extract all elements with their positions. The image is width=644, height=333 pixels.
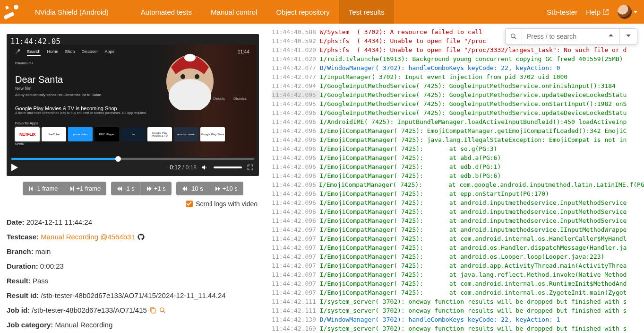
log-line[interactable]: 11:44:42.096 I/AndroidIME( 7425): InputB…: [272, 117, 644, 126]
github-icon[interactable]: [137, 233, 145, 241]
log-message: D/WindowManager( 3702): handleComboKeys …: [320, 63, 560, 72]
log-line[interactable]: 11:44:42.096 I/EmojiCompatManager( 7425)…: [272, 162, 644, 171]
log-timestamp: 11:44:42.097: [272, 261, 320, 270]
log-line[interactable]: 11:44:42.097 I/EmojiCompatManager( 7425)…: [272, 270, 644, 279]
log-message: W/System ( 3702): A resource failed to c…: [320, 27, 482, 36]
tab-manual-control[interactable]: Manual control: [201, 0, 266, 24]
log-line[interactable]: 11:44:42.077 D/WindowManager( 3702): han…: [272, 63, 644, 72]
log-line[interactable]: 11:44:42.096 I/EmojiCompatManager( 7425)…: [272, 171, 644, 180]
log-search-box: [505, 28, 637, 44]
tv-mic-icon: 🎤: [15, 49, 20, 56]
tab-test-results[interactable]: Test results: [339, 0, 394, 24]
left-pane: 11:44:42.05 🎤 Search Home Shop Discover …: [0, 24, 266, 333]
meta-date-value: 2024-12-11 11:44:24: [26, 218, 92, 226]
log-message: I/EmojiCompatManager( 7425): at android.…: [320, 198, 627, 207]
volume-icon[interactable]: [201, 164, 209, 171]
search-next-button[interactable]: [619, 29, 637, 44]
log-timestamp: 11:44:42.096: [272, 108, 320, 117]
search-icon[interactable]: [159, 307, 166, 314]
log-line[interactable]: 11:44:42.096 I/EmojiCompatManager( 7425)…: [272, 216, 644, 225]
log-line[interactable]: 11:44:42.111 I/system_server( 3702): one…: [272, 297, 644, 306]
log-message: I/GoogleInputMethodService( 7425): Googl…: [320, 90, 627, 99]
metadata: Date: 2024-12-11 11:44:24 Testcase: Manu…: [7, 218, 259, 329]
device-selector[interactable]: NVidia Shield (Android): [26, 0, 117, 24]
btn-plus-1-frame[interactable]: +1 frame: [64, 182, 107, 195]
help-link[interactable]: Help: [586, 8, 609, 16]
log-search-input[interactable]: [522, 29, 602, 44]
log-line[interactable]: 11:44:42.111 I/system_server( 3702): one…: [272, 306, 644, 315]
log-line[interactable]: 11:44:42.139 D/WindowManager( 3702): han…: [272, 315, 644, 324]
log-line[interactable]: 11:44:42.095 I/GoogleInputMethodService(…: [272, 99, 644, 108]
log-timestamp: 11:44:40.592: [272, 36, 320, 45]
video-player[interactable]: 11:44:42.05 🎤 Search Home Shop Discover …: [7, 34, 259, 176]
copy-icon[interactable]: [150, 307, 156, 314]
log-message: I/EmojiCompatManager( 7425): java.lang.I…: [320, 135, 627, 144]
log-line[interactable]: 11:44:42.096 I/EmojiCompatManager( 7425)…: [272, 144, 644, 153]
tv-apps-row: NETFLIX YouTube prime video BBC iPlayer …: [15, 127, 250, 141]
log-line[interactable]: 11:44:42.097 I/EmojiCompatManager( 7425)…: [272, 243, 644, 252]
log-timestamp: 11:44:42.139: [272, 315, 320, 324]
log-line[interactable]: 11:44:42.096 I/EmojiCompatManager( 7425)…: [272, 180, 644, 189]
tv-details-btn: Details: [214, 96, 225, 101]
log-line[interactable]: 11:44:42.096 I/EmojiCompatManager( 7425)…: [272, 135, 644, 144]
log-line[interactable]: 11:44:42.097 I/EmojiCompatManager( 7425)…: [272, 252, 644, 261]
log-timestamp: 11:44:41.020: [272, 45, 320, 54]
log-line[interactable]: 11:44:42.094 I/GoogleInputMethodService(…: [272, 81, 644, 90]
log-lines[interactable]: 11:44:40.588 W/System ( 3702): A resourc…: [266, 27, 644, 333]
log-line[interactable]: 11:44:42.096 I/GoogleInputMethodService(…: [272, 108, 644, 117]
fullscreen-icon[interactable]: [247, 164, 254, 171]
tab-object-repository[interactable]: Object repository: [266, 0, 339, 24]
log-timestamp: 11:44:42.096: [272, 153, 320, 162]
meta-testcase-link[interactable]: Manual Recording @4564b31: [41, 233, 135, 241]
chevron-down-icon: [634, 11, 637, 13]
play-button[interactable]: [11, 164, 18, 171]
log-line[interactable]: 11:44:42.095 I/GoogleInputMethodService(…: [272, 90, 644, 99]
main-container: 11:44:42.05 🎤 Search Home Shop Discover …: [0, 24, 644, 333]
volume-slider[interactable]: [214, 166, 242, 168]
help-label: Help: [586, 8, 601, 16]
log-line[interactable]: 11:44:41.020 E/phs:fs ( 4434): Unable to…: [272, 45, 644, 54]
video-controls: 0:12 / 0:18: [7, 159, 259, 176]
tv-description: A boy accidentally sends his Christmas l…: [15, 93, 110, 97]
log-line[interactable]: 11:44:42.096 I/EmojiCompatManager( 7425)…: [272, 189, 644, 198]
log-line[interactable]: 11:44:42.096 I/EmojiCompatManager( 7425)…: [272, 153, 644, 162]
log-timestamp: 11:44:42.111: [272, 306, 320, 315]
log-line[interactable]: 11:44:42.096 I/EmojiCompatManager( 7425)…: [272, 198, 644, 207]
log-line[interactable]: 11:44:42.077 I/InputManager( 3702): Inpu…: [272, 72, 644, 81]
video-time-duration: 0:18: [186, 164, 197, 171]
log-line[interactable]: 11:44:42.169 I/system_server( 3702): one…: [272, 324, 644, 333]
rewind-icon: [117, 186, 122, 191]
log-message: I/roid.tvlaunche(16913): Background youn…: [320, 54, 623, 63]
log-line[interactable]: 11:44:42.096 I/EmojiCompatManager( 7425)…: [272, 126, 644, 135]
log-timestamp: 11:44:42.097: [272, 225, 320, 234]
btn-minus-1-frame[interactable]: -1 frame: [23, 182, 63, 195]
log-timestamp: 11:44:40.588: [272, 27, 320, 36]
log-line[interactable]: 11:44:42.096 I/EmojiCompatManager( 7425)…: [272, 207, 644, 216]
user-menu[interactable]: [618, 5, 637, 19]
btn-plus-10s[interactable]: +10 s: [209, 182, 243, 195]
log-timestamp: 11:44:42.094: [272, 81, 320, 90]
scroll-logs-checkbox[interactable]: Scroll logs with video: [7, 200, 259, 208]
nav-tabs: Automated tests Manual control Object re…: [131, 0, 394, 24]
log-message: I/GoogleInputMethodService( 7425): Googl…: [320, 108, 627, 117]
tv-app-bbc: BBC iPlayer: [94, 127, 119, 141]
btn-plus-1s[interactable]: +1 s: [140, 182, 172, 195]
btn-minus-1s[interactable]: -1 s: [111, 182, 140, 195]
tab-automated-tests[interactable]: Automated tests: [131, 0, 201, 24]
meta-jobcat-value: Manual Recording: [55, 321, 113, 329]
search-prev-button[interactable]: [602, 29, 619, 44]
log-line[interactable]: 11:44:42.097 I/EmojiCompatManager( 7425)…: [272, 234, 644, 243]
meta-result-value: Pass: [33, 277, 48, 285]
log-line[interactable]: 11:44:42.097 I/EmojiCompatManager( 7425)…: [272, 279, 644, 288]
tv-tab-discover: Discover: [82, 49, 98, 56]
tv-dismiss-btn: Dismiss: [233, 96, 247, 101]
meta-resultid-value: /stb-tester-48b02d67e133/AO71/415/2024-1…: [41, 291, 226, 299]
chevron-down-icon: [626, 33, 631, 38]
log-timestamp: 11:44:42.095: [272, 99, 320, 108]
brand-link[interactable]: Stb-tester: [547, 8, 577, 16]
btn-minus-10s[interactable]: -10 s: [176, 182, 209, 195]
log-line[interactable]: 11:44:41.020 I/roid.tvlaunche(16913): Ba…: [272, 54, 644, 63]
log-line[interactable]: 11:44:42.097 I/EmojiCompatManager( 7425)…: [272, 288, 644, 297]
log-line[interactable]: 11:44:42.097 I/EmojiCompatManager( 7425)…: [272, 225, 644, 234]
log-line[interactable]: 11:44:42.097 I/EmojiCompatManager( 7425)…: [272, 261, 644, 270]
